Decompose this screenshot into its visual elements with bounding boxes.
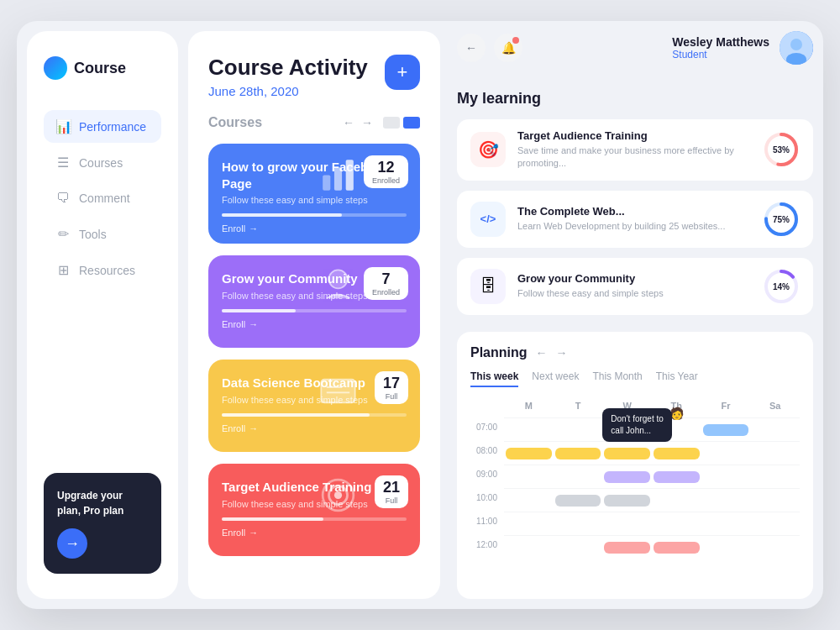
planning-header: Planning ← → [470,345,800,360]
cell [554,488,603,512]
progress-ring-community: 14% [763,268,800,305]
time-label: 07:00 [470,417,504,441]
svg-rect-2 [346,160,354,191]
add-button[interactable]: + [385,55,420,90]
sidebar-item-comment[interactable]: 🗨 Comment [44,182,161,214]
nav-arrows: ← → [343,116,373,129]
upgrade-button[interactable]: → [57,528,87,559]
planning-next[interactable]: → [556,346,568,360]
cell [750,465,800,488]
next-arrow[interactable]: → [361,116,373,129]
prev-arrow[interactable]: ← [343,116,354,129]
cell [750,535,800,559]
progress-text: 53% [773,145,790,155]
event [604,542,650,554]
tab-this-week[interactable]: This week [470,370,518,387]
learning-icon-web: </> [470,202,506,237]
course-card-datascience[interactable]: Data Science Bootcamp Follow these easy … [208,360,420,452]
card-enroll[interactable]: Enroll → [222,423,407,433]
sidebar-item-label: Courses [79,156,123,170]
tab-next-week[interactable]: Next week [532,370,579,387]
learning-item-community[interactable]: 🗄 Grow your Community Follow these easy … [457,258,813,315]
learning-title: The Complete Web... [517,205,751,218]
learning-item-web[interactable]: </> The Complete Web... Learn Web Develo… [457,191,813,248]
card-illustration [315,152,361,198]
card-progress [222,413,407,417]
tab-this-year[interactable]: This Year [656,370,698,387]
cell [652,465,701,488]
card-enroll[interactable]: Enroll → [222,223,407,234]
cell [504,488,554,512]
cell [554,465,603,488]
event [555,448,601,459]
performance-icon: 📊 [55,118,71,134]
event [654,471,700,483]
comment-icon: 🗨 [55,191,71,206]
sidebar-item-label: Performance [79,120,146,134]
event [506,448,552,459]
day-t: T [554,397,603,414]
notification-button[interactable]: 🔔 [494,34,522,62]
nav-controls: ← → [343,116,420,129]
time-row-12: 12:00 [470,535,800,559]
event [604,471,650,483]
card-progress [222,213,407,217]
card-enroll[interactable]: Enroll → [222,319,407,329]
learning-info: Grow your Community Follow these easy an… [517,272,751,300]
day-fr: Fr [701,397,751,414]
course-card-community[interactable]: Grow your Community Follow these easy an… [208,255,420,348]
event-tooltip: Don't forget tocall John... [602,408,672,442]
learning-desc: Learn Web Development by building 25 web… [517,220,751,233]
time-label: 08:00 [470,441,504,465]
event [604,448,650,459]
view-list[interactable] [383,117,400,129]
courses-nav: Courses ← → [208,115,420,130]
progress-ring-target: 53% [763,131,800,168]
card-badge: 7 Enrolled [364,267,408,300]
resources-icon: ⊞ [55,262,71,278]
cell [504,465,554,488]
cell [504,441,554,465]
notification-dot [512,37,519,44]
time-row-08: 08:00 Don't forget tocall John... [470,441,800,465]
tab-this-month[interactable]: This Month [592,370,642,387]
course-card-facebook[interactable]: How to grow your Facebook Page Follow th… [208,144,420,244]
cell: Don't forget tocall John... [602,441,652,465]
learning-icon-target: 🎯 [470,132,506,167]
time-row-10: 10:00 [470,488,800,512]
logo-text: Course [74,60,126,77]
learning-info: The Complete Web... Learn Web Developmen… [517,205,751,233]
sidebar-item-performance[interactable]: 📊 Performance [44,110,161,143]
view-grid[interactable] [403,117,420,129]
card-badge: 17 Full [375,371,408,404]
sidebar-item-tools[interactable]: ✏ Tools [44,218,161,250]
cell [602,465,652,488]
panel-date: June 28th, 2020 [208,84,368,98]
cell [750,441,800,465]
time-row-11: 11:00 [470,512,800,535]
planning-section: Planning ← → This week Next week This Mo… [457,332,813,599]
header-left: ← 🔔 [457,34,522,62]
back-button[interactable]: ← [457,34,486,62]
cell [701,465,751,488]
learning-items: 🎯 Target Audience Training Save time and… [457,119,813,315]
event [654,542,700,554]
sidebar-item-resources[interactable]: ⊞ Resources [44,254,161,286]
learning-info: Target Audience Training Save time and m… [517,129,751,171]
planning-prev[interactable]: ← [536,346,548,360]
cell [701,488,751,512]
card-enroll[interactable]: Enroll → [222,528,407,538]
upgrade-box: Upgrade your plan, Pro plan → [44,473,161,574]
learning-icon-community: 🗄 [470,269,506,304]
card-illustration [315,264,361,310]
sidebar-item-courses[interactable]: ☰ Courses [44,146,161,179]
card-progress [222,517,407,521]
card-illustration [315,368,361,414]
learning-item-target[interactable]: 🎯 Target Audience Training Save time and… [457,119,813,181]
course-card-targetaudience[interactable]: Target Audience Training Follow these ea… [208,464,420,556]
time-label: 11:00 [470,512,504,535]
event [654,448,700,459]
course-panel: Course Activity June 28th, 2020 + Course… [188,31,440,599]
card-progress [222,309,407,312]
learning-desc: Save time and make your business more ef… [517,144,751,171]
